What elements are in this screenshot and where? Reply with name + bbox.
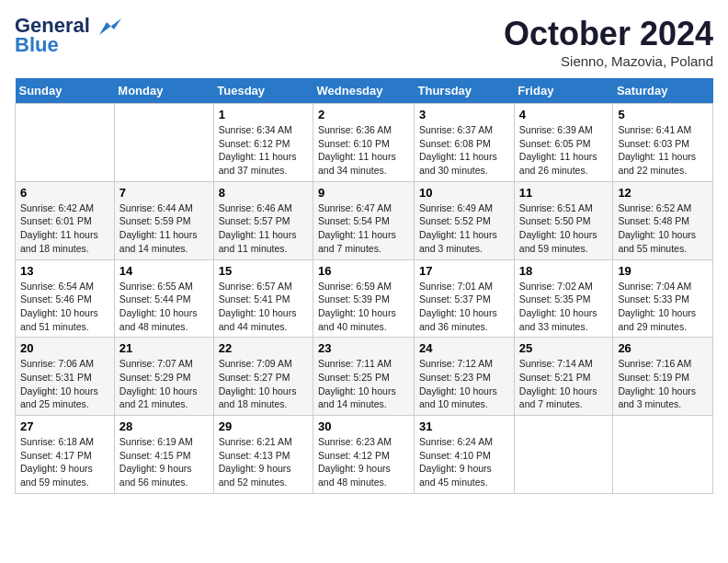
day-info: Sunrise: 7:11 AM Sunset: 5:25 PM Dayligh… (318, 357, 409, 411)
day-number: 16 (318, 264, 409, 278)
weekday-header: Friday (514, 78, 613, 104)
day-number: 9 (318, 186, 409, 200)
calendar-cell: 29Sunrise: 6:21 AM Sunset: 4:13 PM Dayli… (213, 416, 313, 494)
day-info: Sunrise: 6:51 AM Sunset: 5:50 PM Dayligh… (519, 201, 609, 256)
day-number: 24 (419, 341, 509, 355)
calendar-week-row: 13Sunrise: 6:54 AM Sunset: 5:46 PM Dayli… (16, 259, 713, 338)
calendar-cell: 12Sunrise: 6:52 AM Sunset: 5:48 PM Dayli… (613, 181, 713, 259)
day-info: Sunrise: 6:23 AM Sunset: 4:12 PM Dayligh… (318, 435, 409, 489)
day-number: 22 (219, 341, 308, 355)
day-info: Sunrise: 6:47 AM Sunset: 5:54 PM Dayligh… (318, 201, 409, 256)
day-info: Sunrise: 6:37 AM Sunset: 6:08 PM Dayligh… (419, 123, 509, 178)
calendar-cell (16, 104, 115, 182)
day-info: Sunrise: 7:16 AM Sunset: 5:19 PM Dayligh… (618, 357, 708, 411)
calendar-cell: 6Sunrise: 6:42 AM Sunset: 6:01 PM Daylig… (16, 181, 115, 259)
calendar-cell: 21Sunrise: 7:07 AM Sunset: 5:29 PM Dayli… (114, 338, 213, 416)
day-info: Sunrise: 6:49 AM Sunset: 5:52 PM Dayligh… (419, 201, 509, 256)
calendar-cell: 1Sunrise: 6:34 AM Sunset: 6:12 PM Daylig… (213, 104, 313, 182)
calendar-table: SundayMondayTuesdayWednesdayThursdayFrid… (15, 78, 713, 494)
day-number: 30 (318, 419, 409, 433)
page-header: General Blue October 2024 Sienno, Mazovi… (15, 15, 713, 69)
calendar-cell: 3Sunrise: 6:37 AM Sunset: 6:08 PM Daylig… (415, 104, 515, 182)
weekday-header: Wednesday (313, 78, 415, 104)
day-number: 17 (419, 264, 509, 278)
weekday-header: Sunday (16, 78, 115, 104)
day-number: 21 (119, 341, 209, 355)
day-number: 19 (618, 264, 708, 278)
day-number: 14 (119, 264, 209, 278)
location-subtitle: Sienno, Mazovia, Poland (504, 53, 713, 69)
calendar-cell: 23Sunrise: 7:11 AM Sunset: 5:25 PM Dayli… (313, 338, 415, 416)
day-info: Sunrise: 7:07 AM Sunset: 5:29 PM Dayligh… (119, 357, 209, 411)
calendar-cell: 14Sunrise: 6:55 AM Sunset: 5:44 PM Dayli… (114, 259, 213, 338)
day-number: 25 (519, 341, 609, 355)
title-block: October 2024 Sienno, Mazovia, Poland (504, 15, 713, 69)
weekday-header: Tuesday (213, 78, 313, 104)
day-info: Sunrise: 6:57 AM Sunset: 5:41 PM Dayligh… (219, 280, 308, 334)
day-info: Sunrise: 7:01 AM Sunset: 5:37 PM Dayligh… (419, 280, 509, 334)
calendar-cell: 9Sunrise: 6:47 AM Sunset: 5:54 PM Daylig… (313, 181, 415, 259)
calendar-cell (613, 416, 713, 494)
day-number: 1 (219, 108, 308, 121)
day-info: Sunrise: 6:19 AM Sunset: 4:15 PM Dayligh… (119, 435, 209, 489)
day-info: Sunrise: 6:46 AM Sunset: 5:57 PM Dayligh… (219, 201, 308, 256)
calendar-cell: 30Sunrise: 6:23 AM Sunset: 4:12 PM Dayli… (313, 416, 415, 494)
calendar-cell: 26Sunrise: 7:16 AM Sunset: 5:19 PM Dayli… (613, 338, 713, 416)
day-number: 10 (419, 186, 509, 200)
calendar-cell: 16Sunrise: 6:59 AM Sunset: 5:39 PM Dayli… (313, 259, 415, 338)
calendar-cell: 7Sunrise: 6:44 AM Sunset: 5:59 PM Daylig… (114, 181, 213, 259)
calendar-cell: 24Sunrise: 7:12 AM Sunset: 5:23 PM Dayli… (415, 338, 515, 416)
calendar-cell: 2Sunrise: 6:36 AM Sunset: 6:10 PM Daylig… (313, 104, 415, 182)
day-number: 28 (119, 419, 209, 433)
day-info: Sunrise: 7:09 AM Sunset: 5:27 PM Dayligh… (219, 357, 308, 411)
day-number: 5 (618, 108, 708, 121)
calendar-cell: 4Sunrise: 6:39 AM Sunset: 6:05 PM Daylig… (514, 104, 613, 182)
day-number: 23 (318, 341, 409, 355)
day-number: 12 (618, 186, 708, 200)
day-info: Sunrise: 7:12 AM Sunset: 5:23 PM Dayligh… (419, 357, 509, 411)
calendar-week-row: 27Sunrise: 6:18 AM Sunset: 4:17 PM Dayli… (16, 416, 713, 494)
day-number: 15 (219, 264, 308, 278)
calendar-body: 1Sunrise: 6:34 AM Sunset: 6:12 PM Daylig… (16, 104, 713, 494)
day-info: Sunrise: 6:55 AM Sunset: 5:44 PM Dayligh… (119, 280, 209, 334)
day-number: 7 (119, 186, 209, 200)
day-info: Sunrise: 6:39 AM Sunset: 6:05 PM Dayligh… (519, 123, 609, 178)
day-info: Sunrise: 6:36 AM Sunset: 6:10 PM Dayligh… (318, 123, 409, 178)
day-number: 3 (419, 108, 509, 121)
day-info: Sunrise: 6:59 AM Sunset: 5:39 PM Dayligh… (318, 280, 409, 334)
calendar-week-row: 6Sunrise: 6:42 AM Sunset: 6:01 PM Daylig… (16, 181, 713, 259)
day-info: Sunrise: 7:02 AM Sunset: 5:35 PM Dayligh… (519, 280, 609, 334)
calendar-cell: 22Sunrise: 7:09 AM Sunset: 5:27 PM Dayli… (213, 338, 313, 416)
day-number: 8 (219, 186, 308, 200)
day-info: Sunrise: 7:06 AM Sunset: 5:31 PM Dayligh… (20, 357, 109, 411)
day-info: Sunrise: 6:34 AM Sunset: 6:12 PM Dayligh… (219, 123, 308, 178)
weekday-header: Saturday (613, 78, 713, 104)
logo: General Blue (15, 15, 121, 57)
day-number: 29 (219, 419, 308, 433)
calendar-cell: 31Sunrise: 6:24 AM Sunset: 4:10 PM Dayli… (415, 416, 515, 494)
calendar-cell (514, 416, 613, 494)
calendar-cell (114, 104, 213, 182)
day-info: Sunrise: 6:44 AM Sunset: 5:59 PM Dayligh… (119, 201, 209, 256)
calendar-week-row: 1Sunrise: 6:34 AM Sunset: 6:12 PM Daylig… (16, 104, 713, 182)
calendar-cell: 15Sunrise: 6:57 AM Sunset: 5:41 PM Dayli… (213, 259, 313, 338)
calendar-cell: 5Sunrise: 6:41 AM Sunset: 6:03 PM Daylig… (613, 104, 713, 182)
day-number: 11 (519, 186, 609, 200)
logo-bird-icon (97, 18, 121, 35)
day-info: Sunrise: 6:42 AM Sunset: 6:01 PM Dayligh… (20, 201, 109, 256)
calendar-cell: 13Sunrise: 6:54 AM Sunset: 5:46 PM Dayli… (16, 259, 115, 338)
day-info: Sunrise: 6:41 AM Sunset: 6:03 PM Dayligh… (618, 123, 708, 178)
calendar-cell: 27Sunrise: 6:18 AM Sunset: 4:17 PM Dayli… (16, 416, 115, 494)
calendar-cell: 8Sunrise: 6:46 AM Sunset: 5:57 PM Daylig… (213, 181, 313, 259)
calendar-cell: 19Sunrise: 7:04 AM Sunset: 5:33 PM Dayli… (613, 259, 713, 338)
svg-marker-0 (99, 18, 121, 35)
calendar-cell: 20Sunrise: 7:06 AM Sunset: 5:31 PM Dayli… (16, 338, 115, 416)
day-info: Sunrise: 6:54 AM Sunset: 5:46 PM Dayligh… (20, 280, 109, 334)
calendar-header-row: SundayMondayTuesdayWednesdayThursdayFrid… (16, 78, 713, 104)
day-info: Sunrise: 7:04 AM Sunset: 5:33 PM Dayligh… (618, 280, 708, 334)
day-info: Sunrise: 7:14 AM Sunset: 5:21 PM Dayligh… (519, 357, 609, 411)
weekday-header: Thursday (415, 78, 515, 104)
day-number: 27 (20, 419, 109, 433)
calendar-cell: 10Sunrise: 6:49 AM Sunset: 5:52 PM Dayli… (415, 181, 515, 259)
calendar-cell: 11Sunrise: 6:51 AM Sunset: 5:50 PM Dayli… (514, 181, 613, 259)
